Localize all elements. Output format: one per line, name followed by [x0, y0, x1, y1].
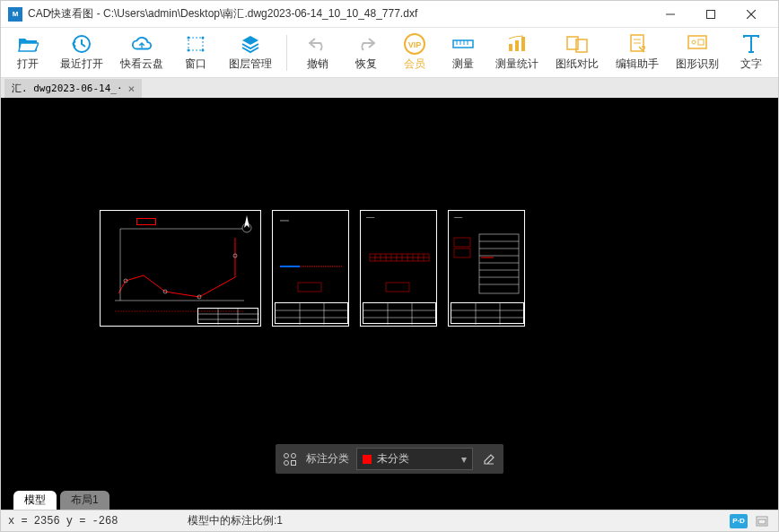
toolbar-separator — [286, 35, 287, 71]
drawing-sheet — [100, 210, 261, 327]
svg-point-84 — [284, 453, 289, 458]
toolbar-label: 恢复 — [355, 57, 377, 72]
drawing-sheet: ━━━━━━━━━ — [448, 210, 525, 327]
assist-icon — [626, 33, 648, 55]
toolbar-label: 测量 — [452, 57, 474, 72]
toolbar-button-assist[interactable]: 编辑助手 — [614, 31, 661, 74]
annotation-toolbar: 标注分类 未分类 ▾ — [276, 444, 503, 474]
toolbar-button-window[interactable]: 窗口 — [178, 31, 214, 74]
toolbar-label: 测量统计 — [495, 57, 538, 72]
recent-icon — [71, 33, 92, 55]
toolbar-button-vip[interactable]: VIP会员 — [397, 31, 433, 74]
toolbar-button-compare[interactable]: 图纸对比 — [554, 31, 601, 74]
window-title: CAD快速看图 - C:\Users\admin\Desktop\南汇.dwg2… — [28, 6, 650, 22]
drawing-sheet: ━━━━━ — [272, 210, 349, 327]
undo-icon — [307, 33, 328, 55]
svg-rect-19 — [521, 37, 525, 51]
toolbar-label: 图纸对比 — [556, 57, 599, 72]
toolbar-button-recent[interactable]: 最近打开 — [58, 31, 106, 74]
status-window-icon[interactable] — [753, 514, 771, 528]
layout-tab[interactable]: 模型 — [13, 491, 57, 510]
toolbar-button-cloud[interactable]: 快看云盘 — [118, 31, 166, 74]
svg-rect-9 — [188, 38, 203, 50]
selected-value: 未分类 — [377, 451, 409, 467]
toolbar-label: 编辑助手 — [616, 57, 659, 72]
svg-text:VIP: VIP — [408, 40, 422, 49]
status-toggle-icon[interactable]: P·D — [730, 514, 748, 528]
close-icon[interactable]: × — [128, 83, 136, 94]
svg-text:━━━━━━━━━: ━━━━━━━━━ — [365, 216, 375, 218]
svg-rect-63 — [386, 283, 409, 292]
maximize-button[interactable] — [690, 2, 731, 27]
toolbar-button-measure[interactable]: 测量 — [445, 31, 481, 74]
edit-icon[interactable] — [480, 450, 498, 468]
toolbar-label: 撤销 — [307, 57, 328, 72]
toolbar-label: 窗口 — [185, 57, 206, 72]
stats-icon — [506, 33, 528, 55]
svg-rect-1 — [706, 10, 714, 18]
svg-rect-27 — [698, 39, 704, 45]
svg-rect-44 — [298, 283, 321, 292]
file-tab[interactable]: 汇. dwg2023-06-14_· × — [4, 79, 142, 98]
status-bar: x = 2356 y = -268 模型中的标注比例:1 P·D — [1, 510, 778, 531]
main-toolbar: 打开最近打开快看云盘窗口图层管理撤销恢复VIP会员测量测量统计图纸对比编辑助手图… — [1, 28, 778, 78]
titlebar[interactable]: M CAD快速看图 - C:\Users\admin\Desktop\南汇.dw… — [1, 1, 778, 28]
svg-text:━━━━━━━━━: ━━━━━━━━━ — [453, 216, 463, 218]
toolbar-button-redo[interactable]: 恢复 — [348, 31, 384, 74]
layers-icon — [240, 33, 261, 55]
grid-icon[interactable] — [281, 450, 299, 468]
svg-point-26 — [692, 40, 696, 44]
layout-tab[interactable]: 布局1 — [60, 491, 109, 510]
svg-point-85 — [292, 453, 296, 458]
annotation-category-label: 标注分类 — [306, 451, 349, 467]
recognize-icon — [687, 33, 708, 55]
svg-rect-12 — [453, 40, 473, 48]
toolbar-label: 快看云盘 — [120, 57, 163, 72]
svg-rect-18 — [515, 40, 519, 51]
toolbar-button-stats[interactable]: 测量统计 — [494, 31, 541, 74]
compare-icon — [566, 33, 588, 55]
toolbar-label: 会员 — [404, 57, 425, 72]
toolbar-button-layers[interactable]: 图层管理 — [226, 31, 274, 74]
redo-icon — [355, 33, 377, 55]
drawing-canvas[interactable]: ━━━━━ ━━━━━━━━━ — [1, 98, 778, 490]
svg-rect-78 — [454, 249, 470, 257]
drawing-sheet: ━━━━━━━━━ — [360, 210, 437, 327]
svg-point-86 — [284, 460, 289, 465]
annotation-category-select[interactable]: 未分类 ▾ — [356, 448, 473, 470]
coordinates-readout: x = 2356 y = -268 — [8, 515, 188, 528]
toolbar-label: 打开 — [17, 57, 39, 72]
cloud-icon — [131, 33, 153, 55]
color-swatch — [363, 455, 372, 464]
minimize-button[interactable] — [650, 2, 690, 27]
model-layout-tabs: 模型布局1 — [1, 490, 778, 510]
svg-text:━━━━━: ━━━━━ — [279, 219, 289, 222]
open-icon — [17, 33, 39, 55]
text-icon — [740, 33, 762, 55]
toolbar-button-undo[interactable]: 撤销 — [300, 31, 336, 74]
toolbar-label: 文字 — [740, 57, 762, 72]
toolbar-button-recognize[interactable]: 图形识别 — [673, 31, 721, 74]
file-tab-label: 汇. dwg2023-06-14_· — [12, 82, 123, 95]
svg-rect-89 — [758, 519, 766, 524]
toolbar-label: 图层管理 — [229, 57, 272, 72]
vip-icon: VIP — [404, 33, 425, 55]
measure-icon — [452, 33, 474, 55]
status-message: 模型中的标注比例:1 — [188, 513, 730, 528]
svg-rect-17 — [509, 44, 512, 51]
toolbar-button-open[interactable]: 打开 — [10, 31, 46, 74]
window-icon — [185, 33, 206, 55]
toolbar-label: 图形识别 — [676, 57, 719, 72]
svg-rect-87 — [292, 460, 296, 465]
toolbar-label: 最近打开 — [60, 57, 103, 72]
app-icon: M — [8, 7, 22, 22]
svg-rect-77 — [454, 238, 470, 247]
close-button[interactable] — [731, 2, 771, 27]
chevron-down-icon: ▾ — [461, 453, 467, 466]
toolbar-button-text[interactable]: 文字 — [733, 31, 769, 74]
file-tab-bar: 汇. dwg2023-06-14_· × — [1, 78, 778, 98]
